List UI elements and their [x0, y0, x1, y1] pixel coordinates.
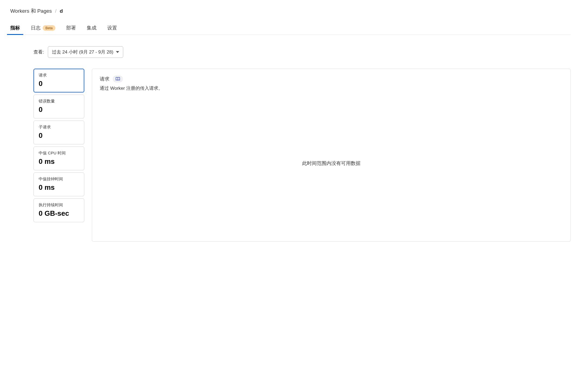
chart-body: 此时间范围内没有可用数据	[100, 91, 563, 235]
chart-panel: 请求 通过 Worker 注册的传入请求。 此时间范围内没有可用数据	[92, 69, 571, 242]
time-range-select[interactable]: 过去 24 小时 (9月 27 - 9月 28)	[48, 46, 123, 58]
metric-label: 执行持续时间	[39, 202, 79, 208]
chart-title: 请求	[100, 76, 109, 82]
tab-deployments[interactable]: 部署	[66, 21, 76, 35]
caret-down-icon	[116, 51, 119, 53]
tab-deployments-label: 部署	[66, 25, 76, 31]
tab-logs-label: 日志	[31, 25, 41, 31]
tab-settings[interactable]: 设置	[107, 21, 117, 35]
metrics-column: 请求 0 错误数量 0 子请求 0 中值 CPU 时间 0 ms 中值挂钟时间	[34, 69, 84, 242]
metric-card-subrequests[interactable]: 子请求 0	[34, 121, 84, 144]
time-range-text: 过去 24 小时 (9月 27 - 9月 28)	[52, 49, 113, 55]
metric-label: 子请求	[39, 125, 79, 130]
metric-label: 中值 CPU 时间	[39, 151, 79, 156]
view-row: 查看: 过去 24 小时 (9月 27 - 9月 28)	[34, 46, 571, 58]
metric-card-duration[interactable]: 执行持续时间 0 GB-sec	[34, 198, 84, 222]
beta-badge: Beta	[43, 25, 55, 31]
metric-label: 请求	[39, 73, 79, 78]
metric-card-cpu-time[interactable]: 中值 CPU 时间 0 ms	[34, 147, 84, 170]
metric-card-errors[interactable]: 错误数量 0	[34, 95, 84, 118]
metric-label: 错误数量	[39, 99, 79, 104]
tab-settings-label: 设置	[107, 25, 117, 31]
breadcrumb: Workers 和 Pages / d	[10, 8, 571, 15]
metric-card-requests[interactable]: 请求 0	[34, 69, 84, 92]
docs-icon[interactable]	[113, 75, 123, 82]
tab-integrations[interactable]: 集成	[87, 21, 96, 35]
metric-value: 0 ms	[39, 157, 79, 166]
metric-value: 0 ms	[39, 183, 79, 192]
tab-integrations-label: 集成	[87, 25, 96, 31]
metric-value: 0 GB-sec	[39, 209, 79, 218]
chart-subtitle: 通过 Worker 注册的传入请求。	[100, 85, 563, 91]
metric-value: 0	[39, 105, 79, 114]
tabs: 指标 日志 Beta 部署 集成 设置	[10, 21, 571, 35]
breadcrumb-parent-link[interactable]: Workers 和 Pages	[10, 8, 52, 15]
breadcrumb-separator: /	[55, 8, 56, 14]
breadcrumb-current: d	[60, 8, 63, 14]
view-label: 查看:	[34, 49, 44, 55]
tab-metrics-label: 指标	[10, 25, 20, 31]
metric-label: 中值挂钟时间	[39, 177, 79, 182]
metric-card-wall-time[interactable]: 中值挂钟时间 0 ms	[34, 172, 84, 196]
tab-metrics[interactable]: 指标	[10, 21, 20, 35]
metric-value: 0	[39, 79, 79, 88]
tab-logs[interactable]: 日志 Beta	[31, 21, 55, 35]
metric-value: 0	[39, 131, 79, 140]
chart-header: 请求	[100, 75, 563, 82]
no-data-message: 此时间范围内没有可用数据	[302, 160, 360, 167]
